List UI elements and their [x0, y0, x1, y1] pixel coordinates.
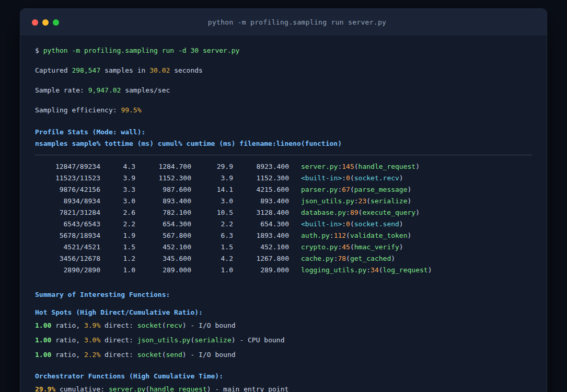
stats-columns-header: nsamples sample% tottime (ms) cumul% cum…	[35, 139, 532, 149]
close-paren: )	[391, 255, 395, 262]
line-number: 78	[338, 255, 346, 262]
filename: <built-in>	[301, 174, 342, 182]
table-row: 5678/189341.9567.8006.31893.400auth.py:1…	[35, 230, 532, 241]
efficiency-value: 99.5%	[121, 106, 141, 114]
cell-cumtime: 1893.400	[233, 230, 289, 241]
command-line: $ python -m profiling.sampling run -d 30…	[35, 45, 532, 56]
function-name: hmac_verify	[354, 243, 399, 251]
cell-tottime: 345.600	[135, 253, 191, 264]
filename: <built-in>	[301, 220, 342, 228]
close-paren: )	[428, 266, 432, 274]
close-paren: )	[232, 336, 236, 344]
cell-location: server.py:145(handle_request)	[289, 163, 420, 170]
cell-nsamples: 11523/11523	[35, 172, 100, 184]
cell-cumtime: 893.400	[233, 195, 289, 207]
open-paren: (	[350, 174, 354, 182]
efficiency-label: Sampling efficiency:	[35, 106, 121, 114]
profile-stats-heading: Profile Stats (Mode: wall):	[35, 127, 532, 137]
close-paren: )	[182, 351, 187, 359]
close-paren: )	[399, 220, 403, 228]
function-name: serialize	[194, 336, 231, 344]
hot-spots-list: 1.00 ratio, 3.9% direct: socket(recv) - …	[35, 320, 532, 360]
target-name: socket	[137, 321, 162, 329]
summary-heading: Summary of Interesting Functions:	[35, 290, 532, 300]
filename: database.py	[301, 209, 346, 216]
table-row: 3456/126781.2345.6004.21267.800cache.py:…	[35, 253, 532, 264]
cell-nsamples: 8934/8934	[35, 195, 100, 207]
zoom-button-icon[interactable]	[53, 19, 59, 26]
open-paren: (	[346, 255, 350, 262]
cell-tottime: 782.100	[135, 207, 191, 218]
line-number: 23	[358, 197, 367, 205]
table-row: 6543/65432.2654.3002.2654.300<built-in>:…	[35, 218, 532, 230]
close-paren: )	[415, 209, 420, 216]
cell-cumul-pct: 4.2	[191, 253, 233, 264]
open-paren: (	[162, 321, 166, 329]
cell-cumtime: 654.300	[233, 218, 289, 230]
seconds-value: 30.02	[149, 66, 170, 74]
hot-spot-row: 1.00 ratio, 3.0% direct: json_utils.py(s…	[35, 335, 532, 345]
cell-tottime: 1284.700	[135, 161, 191, 172]
cell-location: crypto.py:45(hmac_verify)	[289, 243, 403, 251]
traffic-lights	[32, 19, 59, 26]
terminal-content: $ python -m profiling.sampling run -d 30…	[20, 36, 547, 392]
line-number: 45	[342, 243, 350, 251]
cell-sample-pct: 4.3	[100, 161, 135, 172]
filename: auth.py	[301, 232, 330, 239]
function-name: send	[166, 351, 182, 359]
cell-tottime: 567.800	[135, 230, 191, 241]
orchestrators-list: 29.9% cumulative: server.py(handle_reque…	[35, 384, 532, 392]
bound-note: - I/O bound	[187, 321, 236, 329]
direct-pct: 3.0%	[84, 336, 100, 344]
cell-tottime: 893.400	[135, 195, 191, 207]
captured-post-label: seconds	[170, 66, 203, 74]
cell-nsamples: 12847/89234	[35, 161, 100, 172]
close-paren: )	[399, 243, 403, 251]
table-row: 11523/115233.91152.3003.91152.300<built-…	[35, 172, 532, 184]
table-row: 2890/28901.0289.0001.0289.000logging_uti…	[35, 264, 532, 276]
cell-tottime: 654.300	[135, 218, 191, 230]
line-number: 0	[346, 174, 350, 182]
efficiency-line: Sampling efficiency: 99.5%	[35, 105, 532, 116]
cell-location: cache.py:78(get_cached)	[289, 255, 395, 262]
open-paren: (	[145, 385, 149, 392]
bound-note: - CPU bound	[236, 336, 285, 344]
filename: cache.py	[301, 255, 334, 262]
bound-note: - I/O bound	[187, 351, 236, 359]
sample-rate-label: Sample rate:	[35, 86, 88, 94]
close-button-icon[interactable]	[32, 19, 38, 26]
direct-label: direct:	[100, 336, 137, 344]
ratio-label: ratio,	[51, 351, 84, 359]
cell-nsamples: 6543/6543	[35, 218, 100, 230]
colon-separator: :	[342, 220, 346, 228]
open-paren: (	[162, 351, 166, 359]
cell-sample-pct: 3.3	[100, 184, 135, 195]
colon-separator: :	[366, 266, 371, 274]
sample-rate-line: Sample rate: 9,947.02 samples/sec	[35, 85, 532, 96]
cell-cumtime: 1152.300	[233, 172, 289, 184]
cell-cumul-pct: 14.1	[191, 184, 233, 195]
captured-mid-label: samples in	[100, 66, 149, 74]
cell-cumtime: 3128.400	[233, 207, 289, 218]
target-name: socket	[137, 351, 162, 359]
cell-cumul-pct: 3.9	[191, 172, 233, 184]
function-name: recv	[166, 321, 182, 329]
sample-rate-unit: samples/sec	[121, 86, 170, 94]
ratio-value: 1.00	[35, 336, 51, 344]
minimize-button-icon[interactable]	[42, 19, 49, 26]
orchestrators-heading: Orchestrator Functions (High Cumulative …	[35, 371, 532, 382]
colon-separator: :	[330, 232, 334, 239]
cell-sample-pct: 1.5	[100, 241, 135, 253]
cell-nsamples: 9876/42156	[35, 184, 100, 195]
function-name: get_cached	[350, 255, 391, 262]
shell-prompt: $	[35, 47, 43, 54]
cell-nsamples: 2890/2890	[35, 264, 100, 276]
ratio-value: 1.00	[35, 351, 51, 359]
table-row: 12847/892344.31284.70029.98923.400server…	[35, 161, 532, 172]
close-paren: )	[399, 174, 403, 182]
table-row: 4521/45211.5452.1001.5452.100crypto.py:4…	[35, 241, 532, 253]
cell-cumul-pct: 6.3	[191, 230, 233, 241]
cell-cumul-pct: 29.9	[191, 161, 233, 172]
filename: server.py	[109, 385, 145, 392]
cell-cumul-pct: 1.0	[191, 264, 233, 276]
